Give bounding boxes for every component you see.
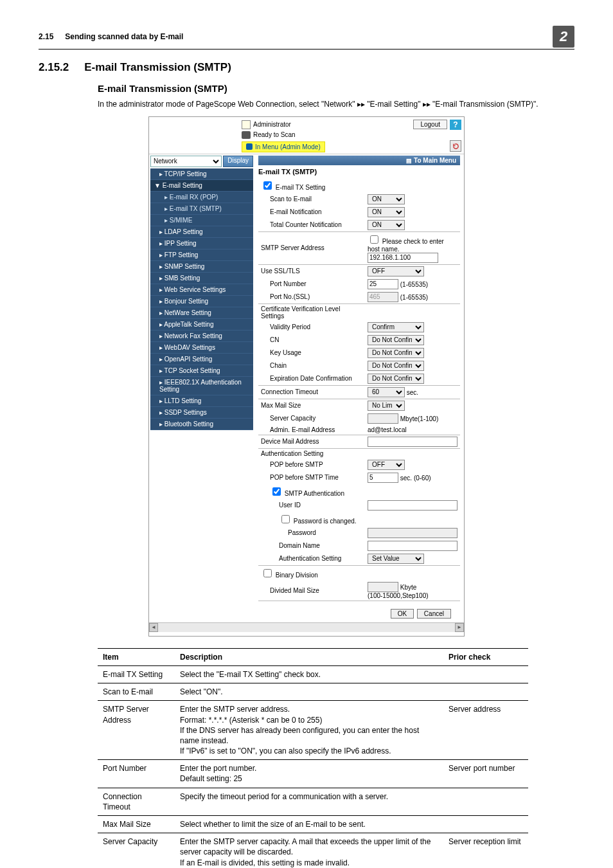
admin-mode-button[interactable]: In Menu (Admin Mode) bbox=[242, 141, 325, 152]
horizontal-scrollbar[interactable]: ◄ ► bbox=[149, 622, 464, 632]
sidebar-item[interactable]: ▸ SMB Setting bbox=[150, 273, 253, 284]
sidebar-nav: ▸ TCP/IP Setting▼ E-mail Setting▸ E-mail… bbox=[150, 168, 253, 430]
settings-form: E-mail TX Setting Scan to E-mailON E-mai… bbox=[258, 178, 460, 604]
doc-cell: Port Number bbox=[98, 760, 175, 788]
doc-cell: Select "ON". bbox=[175, 683, 443, 701]
binary-division-checkbox[interactable] bbox=[263, 569, 272, 577]
doc-cell: Max Mail Size bbox=[98, 816, 175, 833]
cn-select[interactable]: Do Not Confirm bbox=[368, 335, 424, 345]
pw-changed-checkbox[interactable] bbox=[281, 515, 290, 523]
sidebar-item[interactable]: ▸ Network Fax Setting bbox=[150, 330, 253, 342]
doc-th-prior: Prior check bbox=[443, 648, 528, 665]
chapter-badge: 2 bbox=[553, 26, 574, 48]
refresh-icon[interactable] bbox=[450, 140, 461, 152]
intro-paragraph: In the administrator mode of PageScope W… bbox=[98, 99, 574, 110]
doc-cell bbox=[443, 788, 528, 815]
sidebar-item[interactable]: ▸ FTP Setting bbox=[150, 249, 253, 261]
pop-time-input[interactable] bbox=[368, 473, 398, 483]
display-button[interactable]: Display bbox=[223, 156, 253, 167]
doc-cell: Enter the SMTP server address. Format: *… bbox=[175, 701, 443, 760]
validity-select[interactable]: Confirm bbox=[368, 322, 424, 332]
doc-cell bbox=[443, 665, 528, 683]
doc-cell bbox=[443, 816, 528, 833]
sidebar-item[interactable]: ▸ S/MIME bbox=[150, 215, 253, 226]
sidebar-item[interactable]: ▸ Bluetooth Setting bbox=[150, 419, 253, 430]
sidebar-item[interactable]: ▸ E-mail TX (SMTP) bbox=[150, 203, 253, 215]
printer-icon bbox=[242, 131, 251, 139]
pop-before-select[interactable]: OFF bbox=[368, 460, 405, 470]
cancel-button[interactable]: Cancel bbox=[417, 609, 451, 619]
user-icon bbox=[242, 120, 251, 129]
scroll-right-icon[interactable]: ► bbox=[455, 623, 464, 632]
userid-input[interactable] bbox=[368, 500, 458, 511]
sidebar-item[interactable]: ▼ E-mail Setting bbox=[150, 180, 253, 192]
status-text: Ready to Scan bbox=[253, 131, 296, 138]
divided-size-input bbox=[368, 582, 398, 592]
smtp-address-input[interactable] bbox=[368, 253, 438, 263]
domain-input[interactable] bbox=[368, 541, 458, 551]
sidebar-item[interactable]: ▸ TCP Socket Setting bbox=[150, 365, 253, 377]
page-header: 2.15 Sending scanned data by E-mail 2 bbox=[39, 26, 574, 50]
admin-label: Administrator bbox=[253, 121, 291, 128]
password-input bbox=[368, 528, 458, 538]
doc-th-item: Item bbox=[98, 648, 175, 665]
keyusage-select[interactable]: Do Not Confirm bbox=[368, 348, 424, 358]
panel-title: E-mail TX (SMTP) bbox=[258, 168, 460, 176]
port-number-input[interactable] bbox=[368, 279, 398, 289]
sidebar-item[interactable]: ▸ SSDP Settings bbox=[150, 407, 253, 419]
sidebar-item[interactable]: ▸ OpenAPI Setting bbox=[150, 354, 253, 365]
category-select[interactable]: Network bbox=[150, 156, 222, 167]
heading-sub: E-mail Transmission (SMTP) bbox=[98, 83, 574, 94]
doc-cell: E-mail TX Setting bbox=[98, 665, 175, 683]
timeout-select[interactable]: 60 bbox=[368, 387, 405, 397]
section-title: Sending scanned data by E-mail bbox=[65, 32, 553, 41]
auth-setting-select[interactable]: Set Value bbox=[368, 554, 424, 564]
sidebar-item[interactable]: ▸ E-mail RX (POP) bbox=[150, 192, 253, 203]
servercap-input bbox=[368, 413, 398, 424]
doc-cell: Scan to E-mail bbox=[98, 683, 175, 701]
sidebar-item[interactable]: ▸ NetWare Setting bbox=[150, 307, 253, 319]
ssl-select[interactable]: OFF bbox=[368, 266, 424, 276]
help-icon[interactable]: ? bbox=[450, 120, 461, 130]
scan-to-email-select[interactable]: ON bbox=[368, 194, 405, 204]
admin-email-value: ad@test.local bbox=[368, 426, 407, 433]
port-ssl-input bbox=[368, 292, 398, 302]
doc-th-desc: Description bbox=[175, 648, 443, 665]
maxmail-select[interactable]: No Limit bbox=[368, 401, 405, 411]
hostname-checkbox[interactable] bbox=[370, 235, 378, 244]
chain-select[interactable]: Do Not Confirm bbox=[368, 361, 424, 371]
sidebar-item[interactable]: ▸ Web Service Settings bbox=[150, 284, 253, 296]
doc-cell: Select whether to limit the size of an E… bbox=[175, 816, 443, 833]
device-mail-input[interactable] bbox=[368, 437, 458, 447]
doc-cell: SMTP Server Address bbox=[98, 701, 175, 760]
doc-table: Item Description Prior check E-mail TX S… bbox=[98, 648, 528, 868]
doc-cell: Server address bbox=[443, 701, 528, 760]
doc-cell: Enter the SMTP server capacity. A mail t… bbox=[175, 833, 443, 868]
email-notification-select[interactable]: ON bbox=[368, 207, 405, 217]
sidebar-item[interactable]: ▸ Bonjour Setting bbox=[150, 296, 253, 307]
doc-cell: Enter the port number. Default setting: … bbox=[175, 760, 443, 788]
sidebar-item[interactable]: ▸ IPP Setting bbox=[150, 238, 253, 249]
doc-cell: Server reception limit bbox=[443, 833, 528, 868]
doc-cell bbox=[443, 683, 528, 701]
sidebar-item[interactable]: ▸ WebDAV Settings bbox=[150, 342, 253, 354]
doc-cell: Select the "E-mail TX Setting" check box… bbox=[175, 665, 443, 683]
tx-setting-checkbox[interactable] bbox=[263, 181, 272, 190]
smtp-auth-checkbox[interactable] bbox=[272, 487, 281, 496]
sidebar-item[interactable]: ▸ SNMP Setting bbox=[150, 261, 253, 273]
web-admin-screenshot: Administrator Logout ? Ready to Scan In … bbox=[148, 116, 465, 637]
section-number: 2.15 bbox=[39, 32, 53, 41]
heading-section: 2.15.2E-mail Transmission (SMTP) bbox=[39, 61, 574, 74]
sidebar-item[interactable]: ▸ IEEE802.1X Authentication Setting bbox=[150, 377, 253, 395]
to-main-menu-button[interactable]: ▤ To Main Menu bbox=[258, 156, 460, 165]
scroll-left-icon[interactable]: ◄ bbox=[149, 623, 158, 632]
ok-button[interactable]: OK bbox=[391, 609, 414, 619]
expdate-select[interactable]: Do Not Confirm bbox=[368, 374, 424, 384]
sidebar-item[interactable]: ▸ LDAP Setting bbox=[150, 226, 253, 238]
sidebar-item[interactable]: ▸ AppleTalk Setting bbox=[150, 319, 253, 330]
logout-button[interactable]: Logout bbox=[413, 120, 447, 129]
sidebar-item[interactable]: ▸ LLTD Setting bbox=[150, 395, 253, 407]
doc-cell: Connection Timeout bbox=[98, 788, 175, 815]
sidebar-item[interactable]: ▸ TCP/IP Setting bbox=[150, 168, 253, 180]
counter-notification-select[interactable]: ON bbox=[368, 220, 405, 230]
